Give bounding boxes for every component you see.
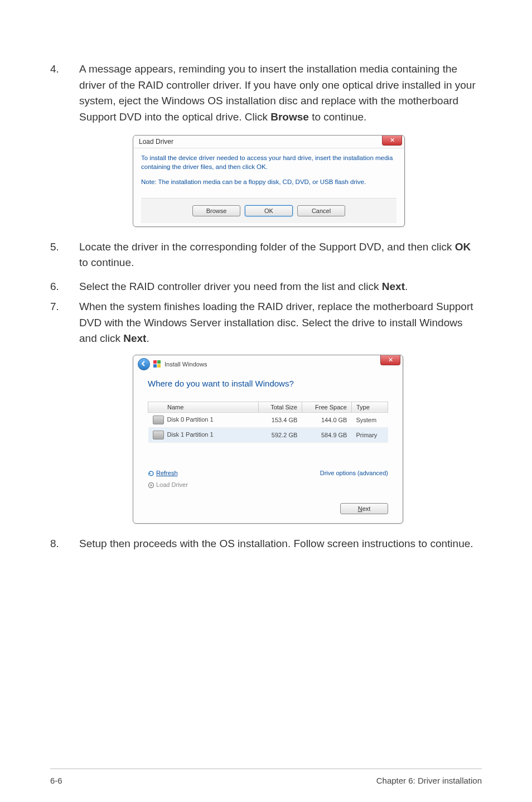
step7-bold: Next bbox=[123, 332, 146, 344]
step4-bold: Browse bbox=[270, 111, 309, 123]
refresh-link[interactable]: Refresh bbox=[148, 470, 178, 476]
step-number: 6. bbox=[50, 279, 79, 295]
svg-rect-3 bbox=[157, 364, 161, 368]
close-button[interactable]: ✕ bbox=[380, 355, 400, 365]
col-type: Type bbox=[351, 402, 388, 412]
windows-flag-icon bbox=[153, 360, 161, 368]
disk-row[interactable]: Disk 1 Partition 1592.2 GB584.9 GBPrimar… bbox=[148, 427, 388, 442]
install-windows-dialog: Install Windows ✕ Where do you want to i… bbox=[133, 355, 403, 524]
chapter-title: Chapter 6: Driver installation bbox=[376, 776, 482, 785]
dialog-title-bar: Load Driver ✕ bbox=[133, 136, 404, 148]
browse-button[interactable]: Browse bbox=[192, 205, 240, 216]
disk-icon bbox=[153, 416, 164, 424]
dialog-message-2: Note: The installation media can be a fl… bbox=[141, 178, 396, 187]
dialog-title: Load Driver bbox=[139, 138, 173, 146]
step5-bold: OK bbox=[455, 241, 471, 253]
refresh-icon bbox=[148, 470, 154, 477]
dialog2-title: Install Windows bbox=[165, 361, 207, 368]
step5-part-b: to continue. bbox=[79, 257, 134, 268]
close-button[interactable]: ✕ bbox=[382, 136, 402, 146]
disk-table: Name Total Size Free Space Type Disk 0 P… bbox=[148, 402, 388, 443]
step-text: A message appears, reminding you to inse… bbox=[79, 61, 482, 125]
load-driver-icon bbox=[148, 482, 154, 489]
load-driver-link[interactable]: Load Driver bbox=[148, 481, 188, 489]
step-text: When the system finishes loading the RAI… bbox=[79, 299, 482, 347]
back-arrow-icon bbox=[141, 360, 147, 367]
dialog-header: Install Windows ✕ bbox=[133, 355, 403, 373]
disk-icon bbox=[153, 431, 164, 439]
step-number: 8. bbox=[50, 536, 79, 552]
refresh-label: Refresh bbox=[156, 470, 178, 476]
back-button[interactable] bbox=[138, 358, 150, 370]
col-total-size: Total Size bbox=[258, 402, 302, 412]
step6-part-b: . bbox=[405, 281, 408, 292]
page-number: 6-6 bbox=[50, 776, 62, 785]
svg-rect-2 bbox=[153, 364, 157, 368]
next-label: ext bbox=[362, 505, 371, 512]
drive-options-link[interactable]: Drive options (advanced) bbox=[320, 470, 388, 476]
step-text: Locate the driver in the corresponding f… bbox=[79, 239, 482, 271]
svg-rect-1 bbox=[157, 360, 161, 364]
step-text: Setup then proceeds with the OS installa… bbox=[79, 536, 482, 552]
step-number: 4. bbox=[50, 61, 79, 125]
step6-part-a: Select the RAID controller driver you ne… bbox=[79, 281, 382, 292]
next-button[interactable]: Next bbox=[340, 503, 388, 514]
page-footer: 6-6 Chapter 6: Driver installation bbox=[50, 769, 482, 785]
svg-rect-0 bbox=[153, 360, 157, 364]
step-number: 5. bbox=[50, 239, 79, 271]
step-text: Select the RAID controller driver you ne… bbox=[79, 279, 482, 295]
disk-row[interactable]: Disk 0 Partition 1153.4 GB144.0 GBSystem bbox=[148, 412, 388, 427]
col-name: Name bbox=[167, 404, 183, 410]
step6-bold: Next bbox=[382, 281, 405, 292]
step7-part-b: . bbox=[146, 332, 149, 344]
step5-part-a: Locate the driver in the corresponding f… bbox=[79, 241, 455, 253]
load-driver-label: Load Driver bbox=[156, 481, 188, 488]
dialog-message-1: To install the device driver needed to a… bbox=[141, 154, 396, 171]
cancel-button[interactable]: Cancel bbox=[297, 205, 345, 216]
load-driver-dialog: Load Driver ✕ To install the device driv… bbox=[133, 135, 405, 227]
install-question: Where do you want to install Windows? bbox=[148, 379, 388, 388]
svg-point-5 bbox=[151, 484, 152, 486]
step4-part-b: to continue. bbox=[309, 111, 367, 123]
ok-button[interactable]: OK bbox=[245, 205, 293, 216]
col-free-space: Free Space bbox=[302, 402, 351, 412]
step-number: 7. bbox=[50, 299, 79, 347]
